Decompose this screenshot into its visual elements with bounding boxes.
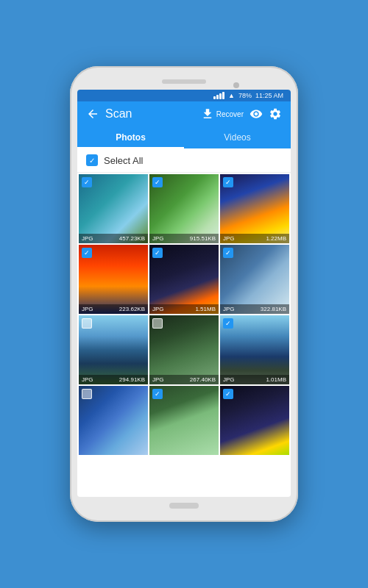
toolbar: Scan Recover — [77, 101, 291, 126]
phone-speaker — [162, 79, 206, 84]
photo-size: 294.91KB — [119, 376, 145, 383]
photo-overlay: JPG294.91KB — [79, 375, 148, 384]
photo-type: JPG — [82, 376, 93, 383]
wifi-icon: ▲ — [228, 92, 235, 99]
photo-checkbox[interactable] — [223, 389, 233, 399]
photo-type: JPG — [152, 376, 164, 383]
photo-type: JPG — [82, 235, 93, 242]
photo-cell[interactable] — [149, 386, 219, 455]
photo-cell[interactable]: JPG267.40KB — [149, 315, 219, 384]
photo-type: JPG — [152, 235, 164, 242]
phone-home-button[interactable] — [169, 503, 199, 509]
photo-checkbox[interactable] — [152, 318, 163, 329]
toolbar-title: Scan — [105, 107, 195, 121]
tab-videos[interactable]: Videos — [184, 126, 291, 148]
status-bar: ▲ 78% 11:25 AM — [77, 90, 291, 101]
photo-cell[interactable]: JPG322.81KB — [220, 245, 289, 314]
photo-grid: JPG457.23KBJPG915.51KBJPG1.22MBJPG223.62… — [77, 173, 291, 456]
photo-overlay: JPG457.23KB — [79, 234, 148, 243]
photo-size: 1.51MB — [195, 306, 216, 312]
photo-type: JPG — [82, 306, 93, 312]
photo-overlay: JPG223.62KB — [79, 304, 148, 314]
phone-outer: ▲ 78% 11:25 AM Scan Recover Photos — [70, 66, 298, 522]
view-button[interactable] — [250, 107, 263, 121]
photo-cell[interactable]: JPG223.62KB — [79, 245, 148, 314]
select-all-label: Select All — [104, 155, 143, 166]
photo-size: 267.40KB — [190, 376, 216, 383]
photo-type: JPG — [223, 376, 235, 383]
photo-type: JPG — [223, 235, 235, 242]
photo-cell[interactable]: JPG915.51KB — [149, 174, 219, 243]
phone-camera — [233, 82, 239, 88]
recover-label: Recover — [216, 110, 244, 118]
settings-button[interactable] — [269, 107, 282, 121]
photo-cell[interactable]: JPG457.23KB — [79, 174, 148, 243]
photo-size: 1.22MB — [266, 235, 286, 242]
tab-photos[interactable]: Photos — [77, 126, 184, 148]
photo-cell[interactable] — [79, 386, 148, 455]
photo-checkbox[interactable] — [223, 318, 233, 329]
photo-checkbox[interactable] — [152, 248, 163, 258]
time-text: 11:25 AM — [255, 92, 283, 99]
photo-checkbox[interactable] — [152, 389, 163, 399]
photo-overlay: JPG1.01MB — [220, 375, 289, 384]
tab-bar: Photos Videos — [77, 126, 291, 148]
photo-checkbox[interactable] — [223, 177, 233, 187]
photo-cell[interactable] — [220, 386, 289, 455]
phone-screen: ▲ 78% 11:25 AM Scan Recover Photos — [77, 90, 291, 497]
photo-checkbox[interactable] — [82, 177, 92, 187]
signal-icon — [213, 92, 224, 99]
photo-overlay: JPG1.22MB — [220, 234, 289, 243]
photo-size: 322.81KB — [261, 306, 286, 312]
photo-overlay: JPG322.81KB — [220, 304, 289, 314]
photo-overlay: JPG1.51MB — [149, 304, 219, 314]
photo-cell[interactable]: JPG294.91KB — [79, 315, 148, 384]
photo-type: JPG — [152, 306, 164, 312]
photo-cell[interactable]: JPG1.22MB — [220, 174, 289, 243]
photo-overlay: JPG267.40KB — [149, 375, 219, 384]
photo-checkbox[interactable] — [82, 248, 92, 258]
content-area: Select All JPG457.23KBJPG915.51KBJPG1.22… — [77, 148, 291, 497]
photo-type: JPG — [223, 306, 235, 312]
photo-cell[interactable]: JPG1.51MB — [149, 245, 219, 314]
recover-button[interactable]: Recover — [201, 107, 244, 121]
photo-checkbox[interactable] — [152, 177, 163, 187]
photo-checkbox[interactable] — [223, 248, 233, 258]
photo-size: 223.62KB — [119, 306, 145, 312]
back-button[interactable] — [86, 107, 99, 121]
photo-size: 457.23KB — [119, 235, 145, 242]
photo-size: 1.01MB — [266, 376, 286, 383]
battery-text: 78% — [238, 92, 252, 99]
photo-size: 915.51KB — [190, 235, 216, 242]
select-all-checkbox[interactable] — [86, 154, 98, 166]
photo-overlay: JPG915.51KB — [149, 234, 219, 243]
select-all-row[interactable]: Select All — [77, 148, 291, 173]
photo-cell[interactable]: JPG1.01MB — [220, 315, 289, 384]
photo-checkbox[interactable] — [82, 318, 92, 329]
photo-checkbox[interactable] — [82, 389, 92, 399]
